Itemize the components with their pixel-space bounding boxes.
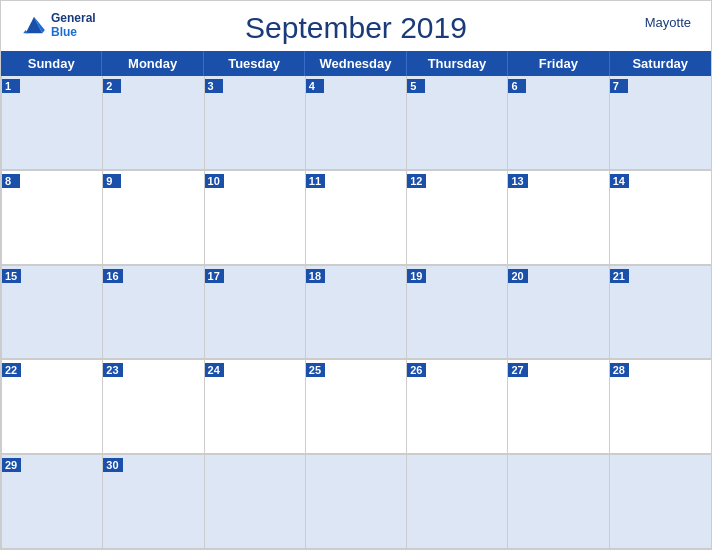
week-row-2: 891011121314	[2, 171, 711, 266]
cell-date-9: 9	[103, 174, 121, 188]
cell-date-11: 11	[306, 174, 325, 188]
calendar-cell-0-2: 3	[205, 76, 306, 170]
calendar-cell-2-3: 18	[306, 266, 407, 360]
calendar-cell-1-1: 9	[103, 171, 204, 265]
calendar-body: 1234567891011121314151617181920212223242…	[1, 76, 711, 549]
month-title: September 2019	[245, 11, 467, 45]
cell-date-2: 2	[103, 79, 121, 93]
cell-date-14: 14	[610, 174, 629, 188]
calendar-cell-3-1: 23	[103, 360, 204, 454]
cell-date-27: 27	[508, 363, 527, 377]
logo-general: General	[51, 11, 96, 25]
cell-date-8: 8	[2, 174, 20, 188]
day-header-wednesday: Wednesday	[305, 51, 406, 76]
logo-blue: Blue	[51, 25, 96, 39]
cell-date-13: 13	[508, 174, 527, 188]
cell-date-10: 10	[205, 174, 224, 188]
cell-date-19: 19	[407, 269, 426, 283]
calendar-cell-2-5: 20	[508, 266, 609, 360]
cell-date-5: 5	[407, 79, 425, 93]
logo: General Blue	[21, 11, 96, 40]
calendar-cell-2-0: 15	[2, 266, 103, 360]
calendar-cell-4-1: 30	[103, 455, 204, 549]
calendar-header: General Blue September 2019 Mayotte	[1, 1, 711, 51]
cell-date-28: 28	[610, 363, 629, 377]
cell-date-29: 29	[2, 458, 21, 472]
cell-date-1: 1	[2, 79, 20, 93]
region-label: Mayotte	[645, 15, 691, 30]
calendar: General Blue September 2019 Mayotte Sund…	[0, 0, 712, 550]
calendar-cell-3-4: 26	[407, 360, 508, 454]
day-headers-row: Sunday Monday Tuesday Wednesday Thursday…	[1, 51, 711, 76]
cell-date-7: 7	[610, 79, 628, 93]
day-header-friday: Friday	[508, 51, 609, 76]
cell-date-20: 20	[508, 269, 527, 283]
cell-date-18: 18	[306, 269, 325, 283]
calendar-cell-0-0: 1	[2, 76, 103, 170]
week-row-1: 1234567	[2, 76, 711, 171]
cell-date-17: 17	[205, 269, 224, 283]
calendar-cell-3-3: 25	[306, 360, 407, 454]
logo-icon	[21, 15, 47, 35]
calendar-cell-3-0: 22	[2, 360, 103, 454]
day-header-monday: Monday	[102, 51, 203, 76]
cell-date-23: 23	[103, 363, 122, 377]
calendar-cell-1-0: 8	[2, 171, 103, 265]
calendar-cell-0-4: 5	[407, 76, 508, 170]
calendar-cell-2-2: 17	[205, 266, 306, 360]
cell-date-15: 15	[2, 269, 21, 283]
calendar-cell-1-4: 12	[407, 171, 508, 265]
cell-date-4: 4	[306, 79, 324, 93]
calendar-cell-4-4	[407, 455, 508, 549]
calendar-cell-1-6: 14	[610, 171, 711, 265]
day-header-tuesday: Tuesday	[204, 51, 305, 76]
cell-date-3: 3	[205, 79, 223, 93]
calendar-cell-3-5: 27	[508, 360, 609, 454]
calendar-cell-4-6	[610, 455, 711, 549]
calendar-cell-1-3: 11	[306, 171, 407, 265]
week-row-5: 2930	[2, 455, 711, 549]
calendar-cell-4-5	[508, 455, 609, 549]
calendar-cell-2-6: 21	[610, 266, 711, 360]
cell-date-21: 21	[610, 269, 629, 283]
calendar-cell-0-3: 4	[306, 76, 407, 170]
cell-date-16: 16	[103, 269, 122, 283]
cell-date-26: 26	[407, 363, 426, 377]
day-header-saturday: Saturday	[610, 51, 711, 76]
calendar-cell-0-6: 7	[610, 76, 711, 170]
calendar-cell-2-4: 19	[407, 266, 508, 360]
calendar-cell-3-2: 24	[205, 360, 306, 454]
calendar-cell-4-2	[205, 455, 306, 549]
calendar-cell-2-1: 16	[103, 266, 204, 360]
calendar-cell-0-1: 2	[103, 76, 204, 170]
cell-date-22: 22	[2, 363, 21, 377]
cell-date-6: 6	[508, 79, 526, 93]
calendar-cell-3-6: 28	[610, 360, 711, 454]
calendar-cell-1-2: 10	[205, 171, 306, 265]
cell-date-24: 24	[205, 363, 224, 377]
calendar-cell-4-0: 29	[2, 455, 103, 549]
calendar-cell-1-5: 13	[508, 171, 609, 265]
day-header-sunday: Sunday	[1, 51, 102, 76]
cell-date-25: 25	[306, 363, 325, 377]
cell-date-30: 30	[103, 458, 122, 472]
cell-date-12: 12	[407, 174, 426, 188]
week-row-4: 22232425262728	[2, 360, 711, 455]
calendar-cell-0-5: 6	[508, 76, 609, 170]
week-row-3: 15161718192021	[2, 266, 711, 361]
day-header-thursday: Thursday	[407, 51, 508, 76]
calendar-cell-4-3	[306, 455, 407, 549]
